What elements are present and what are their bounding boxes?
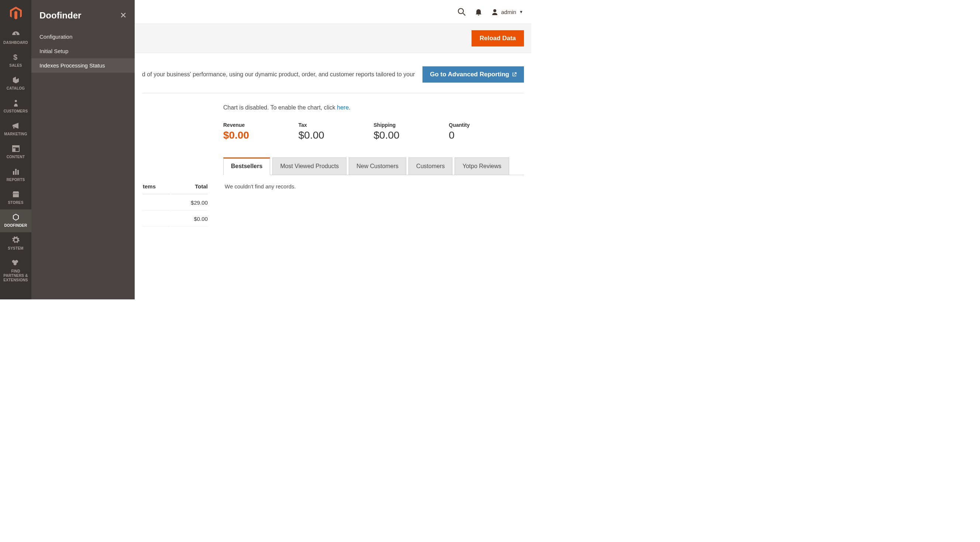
sidebar-item-label: SALES [9, 63, 22, 68]
chevron-down-icon: ▼ [519, 10, 523, 14]
sidebar-item-catalog[interactable]: CATALOG [0, 72, 31, 95]
sidebar-item-customers[interactable]: CUSTOMERS [0, 95, 31, 118]
svg-text:$: $ [13, 53, 18, 61]
col-header-items: tems [143, 183, 170, 194]
doofinder-submenu: Doofinder ✕ Configuration Initial Setup … [31, 0, 135, 300]
promo-text: d of your business' performance, using o… [142, 70, 415, 79]
stat-value: $0.00 [223, 129, 299, 141]
person-icon [13, 99, 18, 107]
gauge-icon [11, 30, 20, 38]
table-row[interactable]: $29.00 [143, 195, 208, 211]
sidebar-item-label: CUSTOMERS [4, 109, 28, 114]
submenu-item-initial-setup[interactable]: Initial Setup [31, 44, 135, 58]
sidebar-item-sales[interactable]: $ SALES [0, 49, 31, 72]
col-header-total: Total [171, 183, 208, 194]
tab-content-empty: We couldn't find any records. [223, 175, 524, 198]
svg-rect-3 [13, 146, 19, 147]
svg-rect-4 [13, 148, 16, 152]
submenu-title: Doofinder [40, 10, 81, 21]
table-row[interactable]: $0.00 [143, 211, 208, 227]
sidebar-item-system[interactable]: SYSTEM [0, 232, 31, 255]
left-orders-column: tems Total $29.00 $0.00 [142, 105, 208, 228]
storefront-icon [12, 190, 20, 198]
dashboard-right-column: Chart is disabled. To enable the chart, … [223, 105, 524, 228]
dashboard-tabs: Bestsellers Most Viewed Products New Cus… [223, 157, 524, 175]
sidebar-item-label: FIND PARTNERS & EXTENSIONS [1, 269, 30, 282]
enable-chart-link[interactable]: here [337, 105, 349, 111]
tab-bestsellers[interactable]: Bestsellers [223, 157, 270, 175]
stats-row: Revenue $0.00 Tax $0.00 Shipping $0.00 Q… [223, 122, 524, 141]
sidebar-item-reports[interactable]: REPORTS [0, 164, 31, 187]
sidebar-item-label: CONTENT [6, 155, 25, 159]
stat-value: 0 [449, 129, 524, 141]
sidebar-item-doofinder[interactable]: DOOFINDER [0, 209, 31, 232]
orders-mini-table: tems Total $29.00 $0.00 [142, 182, 208, 228]
svg-point-1 [15, 100, 17, 102]
sidebar-item-label: DOOFINDER [5, 223, 27, 228]
sidebar-item-label: MARKETING [4, 132, 27, 136]
advanced-reporting-button[interactable]: Go to Advanced Reporting [423, 67, 524, 82]
gear-icon [12, 236, 19, 244]
admin-sidebar: DASHBOARD $ SALES CATALOG CUSTOMERS MARK… [0, 0, 31, 300]
user-icon [492, 8, 498, 15]
svg-point-8 [458, 8, 463, 14]
sidebar-item-label: STORES [8, 201, 23, 205]
sidebar-item-partners[interactable]: FIND PARTNERS & EXTENSIONS [0, 255, 31, 287]
svg-line-9 [463, 13, 465, 16]
search-icon[interactable] [458, 8, 466, 16]
notifications-icon[interactable] [475, 8, 482, 16]
svg-rect-7 [18, 170, 19, 175]
submenu-item-configuration[interactable]: Configuration [31, 30, 135, 44]
action-bar: Reload Data [135, 24, 531, 53]
row-total: $29.00 [171, 195, 208, 211]
megaphone-icon [12, 122, 20, 130]
stat-revenue: Revenue $0.00 [223, 122, 299, 141]
sidebar-item-label: SYSTEM [8, 246, 23, 251]
stat-label: Tax [299, 122, 374, 128]
stat-label: Revenue [223, 122, 299, 128]
sidebar-item-content[interactable]: CONTENT [0, 141, 31, 164]
tab-customers[interactable]: Customers [409, 157, 452, 175]
stat-value: $0.00 [299, 129, 374, 141]
sidebar-item-stores[interactable]: STORES [0, 187, 31, 209]
close-icon[interactable]: ✕ [120, 11, 127, 20]
tab-new-customers[interactable]: New Customers [349, 157, 406, 175]
row-total: $0.00 [171, 211, 208, 227]
submenu-item-indexes-status[interactable]: Indexes Processing Status [31, 58, 135, 73]
promo-row: d of your business' performance, using o… [142, 53, 524, 93]
bar-chart-icon [12, 167, 19, 176]
sidebar-item-marketing[interactable]: MARKETING [0, 118, 31, 141]
hexagon-icon [12, 213, 19, 221]
svg-rect-5 [13, 171, 14, 175]
layout-icon [12, 144, 19, 153]
stat-shipping: Shipping $0.00 [374, 122, 449, 141]
sidebar-item-dashboard[interactable]: DASHBOARD [0, 27, 31, 49]
sidebar-item-label: DASHBOARD [3, 41, 28, 45]
svg-point-10 [493, 9, 496, 12]
stat-tax: Tax $0.00 [299, 122, 374, 141]
magento-logo[interactable] [0, 0, 31, 27]
tab-yotpo-reviews[interactable]: Yotpo Reviews [455, 157, 509, 175]
user-menu[interactable]: admin ▼ [492, 8, 523, 15]
sidebar-item-label: REPORTS [6, 178, 25, 182]
cube-icon [12, 76, 19, 84]
dollar-icon: $ [13, 53, 18, 61]
advanced-reporting-label: Go to Advanced Reporting [430, 71, 509, 78]
username: admin [501, 9, 516, 15]
chart-disabled-message: Chart is disabled. To enable the chart, … [223, 105, 524, 111]
stat-value: $0.00 [374, 129, 449, 141]
reload-data-button[interactable]: Reload Data [472, 30, 524, 46]
sidebar-item-label: CATALOG [6, 86, 25, 91]
external-link-icon [512, 72, 517, 77]
svg-rect-6 [15, 169, 17, 175]
stat-quantity: Quantity 0 [449, 122, 524, 141]
tab-most-viewed[interactable]: Most Viewed Products [272, 157, 347, 175]
stat-label: Quantity [449, 122, 524, 128]
cubes-icon [12, 259, 20, 267]
stat-label: Shipping [374, 122, 449, 128]
